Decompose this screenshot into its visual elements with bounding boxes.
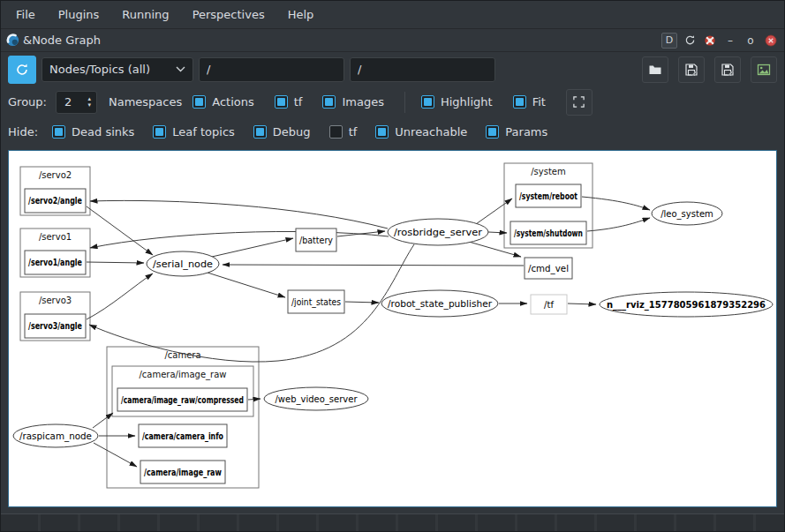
edge-rosbridge-server--servo1-angle — [90, 231, 389, 248]
checkbox-tf[interactable]: tf — [275, 95, 303, 109]
cluster-label-system: /system — [531, 167, 566, 176]
edge-servo3-angle--serial-node — [87, 273, 153, 319]
checkbox-indicator — [322, 95, 336, 109]
checkbox-label: Debug — [273, 125, 311, 139]
node-label-servo2-angle: /servo2/angle — [28, 196, 82, 206]
node-label-rviz: n___rviz_1577805961879352296 — [607, 300, 766, 311]
group-level-spinner[interactable]: 2 ▴▾ — [56, 91, 97, 114]
hide-label: Hide: — [8, 125, 38, 139]
save-dot-button[interactable] — [678, 56, 705, 83]
refresh-icon — [15, 63, 29, 77]
checkbox-label: tf — [349, 125, 358, 139]
checkbox-label: Images — [342, 95, 384, 109]
dock-button[interactable]: D — [661, 33, 677, 49]
edge-raspicam-node--camera-image-raw-topic — [94, 443, 137, 467]
checkbox-actions[interactable]: Actions — [192, 95, 254, 109]
node-label-leo-system: /leo_system — [660, 209, 713, 220]
checkbox-fit[interactable]: Fit — [513, 95, 546, 109]
reload-plugin-icon[interactable] — [682, 33, 698, 49]
node-label-serial-node: /serial_node — [153, 259, 213, 270]
fit-frame-icon — [572, 95, 585, 109]
dock-title: &Node Graph — [23, 34, 101, 47]
graph-type-select[interactable]: Nodes/Topics (all) — [42, 57, 193, 82]
refresh-graph-button[interactable] — [8, 56, 36, 84]
cluster-label-camera: /camera — [164, 350, 200, 360]
checkbox-indicator — [486, 125, 499, 139]
edge-system-shutdown--leo-system — [587, 218, 650, 231]
rqt-window: FilePluginsRunningPerspectivesHelp &Node… — [0, 0, 785, 532]
chevron-down-icon — [176, 66, 185, 72]
group-label: Group: — [8, 95, 47, 109]
image-icon — [757, 63, 771, 77]
checkbox-leaf-topics[interactable]: Leaf topics — [153, 125, 235, 139]
menu-item-plugins[interactable]: Plugins — [47, 3, 111, 26]
checkbox-indicator — [375, 125, 389, 139]
node-label-servo1-angle: /servo1/angle — [28, 258, 82, 267]
load-dot-button[interactable] — [642, 56, 668, 83]
open-folder-icon — [648, 63, 662, 77]
float-button[interactable]: o — [743, 33, 759, 49]
checkbox-label: Actions — [212, 95, 254, 109]
edge-cmd-vel--serial-node — [223, 265, 524, 266]
node-graph-canvas[interactable]: /servo2/servo1/servo3/system/camera/came… — [9, 151, 776, 505]
menu-bar: FilePluginsRunningPerspectivesHelp — [1, 1, 784, 29]
checkbox-label: Highlight — [441, 95, 493, 109]
edge-raspicam-node--camera-image-raw-compressed — [93, 413, 113, 428]
menu-item-running[interactable]: Running — [110, 3, 180, 26]
save-svg-button[interactable] — [714, 56, 741, 83]
close-button[interactable] — [763, 33, 779, 49]
checkbox-images[interactable]: Images — [322, 95, 384, 109]
graph-viewport[interactable]: /servo2/servo1/servo3/system/camera/came… — [8, 150, 777, 507]
menu-item-help[interactable]: Help — [276, 3, 326, 26]
node-label-robot-state-publisher: /robot_state_publisher — [388, 299, 493, 310]
namespace-filter-input[interactable] — [199, 57, 344, 82]
checkbox-tf[interactable]: tf — [329, 125, 358, 139]
checkbox-label: Leaf topics — [172, 125, 235, 139]
graph-toolbar: Nodes/Topics (all) — [1, 52, 784, 86]
node-label-web-video-server: /web_video_server — [275, 394, 358, 405]
save-as-icon — [721, 63, 735, 77]
separator — [404, 92, 405, 113]
node-label-system-reboot: /system/reboot — [519, 191, 577, 201]
cluster-label-servo3: /servo3 — [39, 296, 72, 305]
menu-item-file[interactable]: File — [4, 3, 47, 26]
checkbox-params[interactable]: Params — [486, 125, 547, 139]
edge-serial-node--joint-states — [208, 273, 285, 297]
namespaces-label: Namespaces — [109, 95, 182, 109]
minimize-button[interactable]: – — [722, 33, 738, 49]
node-label-rosbridge-server: /rosbridge_server — [394, 228, 483, 238]
group-level-value: 2 — [57, 95, 87, 109]
menu-item-perspectives[interactable]: Perspectives — [181, 3, 276, 26]
checkbox-debug[interactable]: Debug — [253, 125, 311, 139]
node-label-camera-camera-info: /camera/camera_info — [142, 431, 223, 442]
checkbox-label: tf — [294, 95, 303, 109]
checkbox-highlight[interactable]: Highlight — [421, 95, 493, 109]
graph-type-value: Nodes/Topics (all) — [49, 63, 176, 76]
node-label-camera-image-raw-topic: /camera/image_raw — [144, 468, 222, 478]
edge-servo1-angle--serial-node — [87, 262, 144, 263]
checkbox-unreachable[interactable]: Unreachable — [375, 125, 467, 139]
cluster-label-camera-image-raw: /camera/image_raw — [139, 370, 226, 380]
cluster-label-servo2: /servo2 — [39, 170, 72, 180]
save-image-button[interactable] — [751, 56, 777, 83]
checkbox-indicator — [513, 95, 526, 109]
checkbox-label: Dead sinks — [72, 125, 134, 139]
topic-filter-input[interactable] — [350, 57, 495, 82]
spinner-arrows-icon[interactable]: ▴▾ — [87, 96, 96, 108]
help-lifebuoy-icon[interactable] — [702, 33, 718, 49]
checkbox-indicator — [329, 125, 343, 139]
checkbox-dead-sinks[interactable]: Dead sinks — [52, 125, 134, 139]
checkbox-label: Params — [505, 125, 547, 139]
edge-rosbridge-server--servo3-angle — [89, 244, 414, 362]
rqt-logo-icon — [6, 34, 19, 47]
save-as-icon — [684, 63, 698, 77]
checkbox-indicator — [275, 95, 288, 109]
edge-rosbridge-server--servo2-angle — [90, 200, 388, 229]
checkbox-indicator — [253, 125, 267, 139]
edge-tf--rviz — [568, 303, 596, 304]
fit-in-view-button[interactable] — [566, 89, 593, 116]
node-label-cmd-vel: /cmd_vel — [528, 264, 569, 274]
edge-servo2-angle--serial-node — [87, 206, 153, 255]
hide-options-row: Hide: Dead sinksLeaf topicsDebugtfUnreac… — [1, 117, 784, 146]
checkbox-indicator — [52, 125, 65, 139]
